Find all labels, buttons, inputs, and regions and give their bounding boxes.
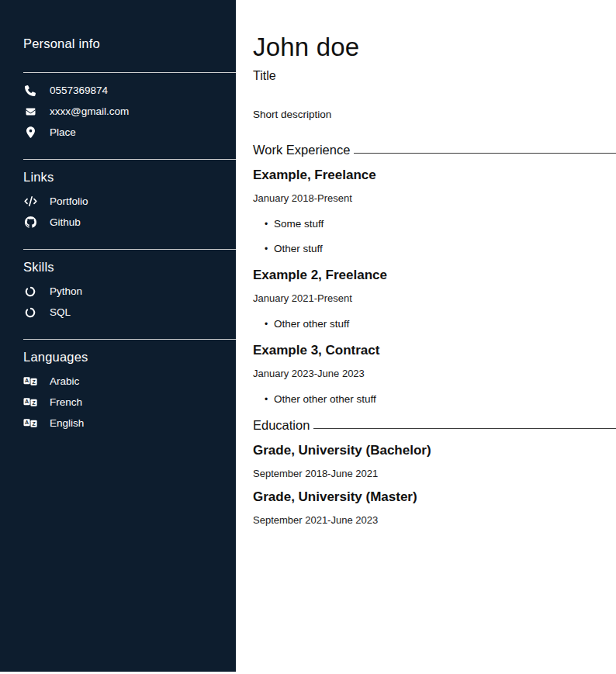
skill-item: SQL bbox=[23, 302, 213, 323]
job-entry: Example 3, Contract January 2023-June 20… bbox=[253, 343, 616, 406]
job-bullet: Other stuff bbox=[274, 243, 616, 255]
education-entry: Grade, University (Bachelor) September 2… bbox=[253, 443, 616, 479]
language-item: AZ French bbox=[23, 392, 213, 413]
skill-item: Python bbox=[23, 281, 213, 302]
work-experience-heading: Work Experience bbox=[253, 143, 616, 157]
circle-notch-icon bbox=[23, 286, 37, 297]
language-label: Arabic bbox=[50, 375, 79, 387]
language-label: French bbox=[50, 396, 82, 408]
svg-text:Z: Z bbox=[32, 378, 36, 384]
work-experience-label: Work Experience bbox=[253, 143, 350, 157]
short-description: Short description bbox=[253, 109, 616, 120]
email-address: xxxx@gmail.com bbox=[50, 105, 129, 117]
job-bullet: Other other stuff bbox=[274, 318, 616, 330]
github-icon bbox=[23, 216, 37, 228]
portfolio-link[interactable]: Portfolio bbox=[23, 191, 213, 212]
translate-icon: AZ bbox=[23, 376, 37, 387]
person-name: John doe bbox=[253, 33, 616, 62]
divider bbox=[23, 249, 236, 250]
education-heading: Education bbox=[253, 418, 616, 433]
location-label: Place bbox=[50, 126, 76, 138]
links-heading: Links bbox=[23, 170, 213, 185]
education-title: Grade, University (Master) bbox=[253, 489, 616, 505]
education-dates: September 2021-June 2023 bbox=[253, 514, 616, 526]
job-dates: January 2021-Present bbox=[253, 292, 616, 304]
github-link[interactable]: Github bbox=[23, 212, 213, 233]
divider bbox=[23, 339, 236, 340]
language-item: AZ Arabic bbox=[23, 371, 213, 392]
github-label: Github bbox=[50, 216, 81, 228]
job-title: Example, Freelance bbox=[253, 168, 616, 183]
personal-info-heading: Personal info bbox=[23, 36, 213, 51]
job-title: Example 3, Contract bbox=[253, 343, 616, 358]
section-rule bbox=[313, 428, 616, 429]
sidebar: Personal info 0557369874 xxxx@gmail.com … bbox=[0, 0, 236, 672]
location-row: Place bbox=[23, 122, 213, 143]
phone-number: 0557369874 bbox=[50, 85, 108, 96]
education-title: Grade, University (Bachelor) bbox=[253, 443, 616, 458]
envelope-icon bbox=[23, 107, 37, 116]
svg-text:A: A bbox=[25, 399, 29, 404]
languages-heading: Languages bbox=[23, 350, 213, 365]
job-dates: January 2018-Present bbox=[253, 192, 616, 204]
person-title: Title bbox=[253, 69, 616, 83]
job-dates: January 2023-June 2023 bbox=[253, 368, 616, 379]
job-title: Example 2, Freelance bbox=[253, 268, 616, 283]
portfolio-label: Portfolio bbox=[50, 195, 88, 207]
translate-icon: AZ bbox=[23, 418, 37, 429]
education-entry: Grade, University (Master) September 202… bbox=[253, 489, 616, 526]
divider bbox=[23, 159, 236, 160]
language-item: AZ English bbox=[23, 413, 213, 434]
job-bullet-list: Some stuff Other stuff bbox=[253, 218, 616, 255]
job-entry: Example, Freelance January 2018-Present … bbox=[253, 168, 616, 255]
language-label: English bbox=[50, 417, 84, 429]
translate-icon: AZ bbox=[23, 397, 37, 408]
svg-text:Z: Z bbox=[32, 420, 36, 426]
phone-icon bbox=[23, 85, 37, 96]
job-bullet-list: Other other other stuff bbox=[253, 393, 616, 406]
job-bullet: Other other other stuff bbox=[274, 393, 616, 406]
education-label: Education bbox=[253, 418, 310, 433]
circle-notch-icon bbox=[23, 307, 37, 318]
job-bullet-list: Other other stuff bbox=[253, 318, 616, 330]
skill-label: Python bbox=[50, 285, 82, 297]
section-rule bbox=[354, 153, 616, 154]
code-icon bbox=[23, 196, 37, 206]
resume-body: John doe Title Short description Work Ex… bbox=[236, 0, 616, 674]
email-row: xxxx@gmail.com bbox=[23, 101, 213, 122]
svg-text:A: A bbox=[25, 420, 29, 425]
divider bbox=[23, 72, 236, 73]
phone-row: 0557369874 bbox=[23, 80, 213, 101]
skill-label: SQL bbox=[50, 306, 71, 318]
skills-heading: Skills bbox=[23, 260, 213, 275]
education-dates: September 2018-June 2021 bbox=[253, 468, 616, 479]
job-entry: Example 2, Freelance January 2021-Presen… bbox=[253, 268, 616, 330]
job-bullet: Some stuff bbox=[274, 218, 616, 230]
svg-text:A: A bbox=[25, 378, 29, 383]
svg-text:Z: Z bbox=[32, 399, 36, 405]
map-pin-icon bbox=[23, 126, 37, 138]
